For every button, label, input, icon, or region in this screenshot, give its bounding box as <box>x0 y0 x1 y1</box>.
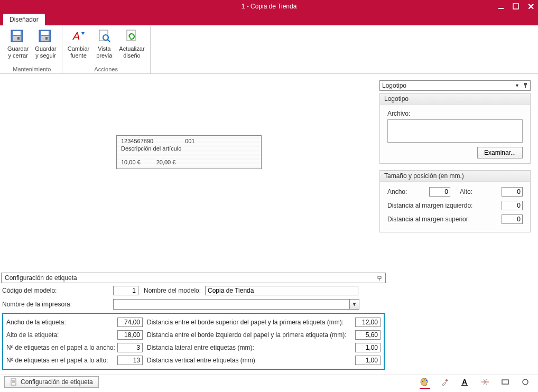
update-design-button[interactable]: Actualizardiseño <box>116 26 147 65</box>
dist-lateral-input[interactable] <box>355 343 381 352</box>
model-code-input[interactable] <box>113 286 138 295</box>
bottom-tab-config[interactable]: Configuración de etiqueta <box>4 376 99 388</box>
printer-label: Nombre de la impresora: <box>2 301 113 308</box>
dist-vertical-label: Distancia vertical entre etiquetas (mm): <box>147 357 355 364</box>
svg-rect-28 <box>502 380 508 384</box>
dist-left-paper-input[interactable] <box>355 330 381 340</box>
ribbon-group-label-actions: Acciones <box>94 65 118 73</box>
svg-rect-24 <box>445 379 448 382</box>
ribbon: Guardary cerrar Guardary seguir Mantenim… <box>0 25 538 74</box>
pin-icon[interactable] <box>377 275 382 281</box>
height-input[interactable] <box>502 187 523 197</box>
model-name-input[interactable] <box>205 286 358 295</box>
ribbon-group-actions: A Cambiarfuente Vistaprevia Actualizardi… <box>62 26 151 73</box>
panel-size-position: Tamaño y posición (en mm.) Ancho: Alto: … <box>379 170 531 232</box>
svg-rect-15 <box>378 276 381 278</box>
titlebar: 1 - Copia de Tienda ✕ <box>0 0 538 13</box>
preview-icon <box>96 27 113 44</box>
label-width-input[interactable] <box>117 318 143 327</box>
rectangle-icon[interactable] <box>500 377 511 388</box>
preview-description: Descripción del artículo <box>121 145 257 152</box>
close-button[interactable]: ✕ <box>523 0 538 13</box>
palette-icon[interactable] <box>420 377 430 388</box>
svg-text:A: A <box>72 30 80 42</box>
preview-button[interactable]: Vistaprevia <box>92 26 116 65</box>
ribbon-group-label-maintenance: Mantenimiento <box>13 65 51 73</box>
text-icon[interactable]: A <box>460 377 470 388</box>
dropper-icon[interactable] <box>440 377 450 388</box>
svg-point-29 <box>523 379 528 385</box>
document-icon <box>10 378 17 386</box>
circle-icon[interactable] <box>520 377 531 388</box>
svg-rect-3 <box>13 31 21 35</box>
label-height-input[interactable] <box>117 330 143 340</box>
printer-select[interactable]: ▼ <box>113 299 359 310</box>
label-preview[interactable]: 1234567890 001 Descripción del artículo … <box>116 135 262 169</box>
dist-left-input[interactable] <box>502 201 523 210</box>
width-label: Ancho: <box>387 188 407 195</box>
config-header-bar[interactable]: Configuración de etiqueta <box>1 273 386 283</box>
panel-logo-header: Logotipo <box>380 94 530 105</box>
change-font-button[interactable]: A Cambiarfuente <box>64 26 93 65</box>
pin-icon[interactable] <box>523 82 528 89</box>
svg-point-22 <box>424 379 425 380</box>
preview-code: 1234567890 <box>121 138 153 144</box>
ribbon-group-maintenance: Guardary cerrar Guardary seguir Mantenim… <box>2 26 62 73</box>
dist-left-label: Distancia al margen izquierdo: <box>387 202 472 209</box>
nx-input[interactable] <box>117 343 143 352</box>
svg-rect-9 <box>45 37 48 40</box>
config-area: Código del modelo: Nombre del modelo: No… <box>2 285 385 370</box>
svg-rect-5 <box>17 37 20 40</box>
preview-price2: 20,00 € <box>156 159 176 165</box>
config-dimensions-box: Ancho de la etiqueta: Distancia entre el… <box>2 313 385 370</box>
label-height-label: Alto de la etiqueta: <box>6 331 117 339</box>
preview-price1: 10,00 € <box>121 159 141 165</box>
chevron-down-icon: ▼ <box>515 83 520 88</box>
ny-input[interactable] <box>117 356 143 365</box>
dist-top-paper-input[interactable] <box>355 318 381 327</box>
svg-rect-0 <box>498 8 504 9</box>
window-title: 1 - Copia de Tienda <box>242 3 297 10</box>
panel-size-header: Tamaño y posición (en mm.) <box>380 171 530 182</box>
save-close-button[interactable]: Guardary cerrar <box>4 26 32 65</box>
model-code-label: Código del modelo: <box>2 287 113 294</box>
panel-logo: Logotipo Archivo: Examinar... <box>379 93 531 164</box>
minimize-button[interactable] <box>494 0 508 13</box>
label-width-label: Ancho de la etiqueta: <box>6 319 117 326</box>
font-icon: A <box>70 27 87 44</box>
cut-icon[interactable] <box>480 377 490 388</box>
nx-label: Nº de etiquetas en el papel a lo ancho: <box>6 344 117 351</box>
save-continue-button[interactable]: Guardary seguir <box>32 26 59 65</box>
save-continue-icon <box>38 27 54 44</box>
dist-vertical-input[interactable] <box>355 356 381 365</box>
config-header-label: Configuración de etiqueta <box>5 274 77 282</box>
dist-top-paper-label: Distancia entre el borde superior del pa… <box>147 319 355 326</box>
tab-row: Diseñador <box>0 13 538 25</box>
window-controls: ✕ <box>494 0 538 13</box>
dist-top-input[interactable] <box>502 214 523 224</box>
dist-left-paper-label: Distancia entre el borde izquierdo del p… <box>147 331 355 339</box>
bottom-tab-label: Configuración de etiqueta <box>21 378 93 386</box>
browse-button[interactable]: Examinar... <box>477 147 523 158</box>
dist-lateral-label: Distancia lateral entre etiquetas (mm): <box>147 344 355 351</box>
svg-line-13 <box>108 40 110 42</box>
save-close-icon <box>10 27 26 44</box>
svg-rect-7 <box>41 31 49 35</box>
file-label: Archivo: <box>387 110 523 117</box>
chevron-down-icon: ▼ <box>349 300 359 309</box>
maximize-button[interactable] <box>508 0 523 13</box>
properties-combo[interactable]: Logotipo ▼ <box>379 80 531 91</box>
bottom-toolbar: A <box>420 377 531 388</box>
width-input[interactable] <box>429 187 450 197</box>
divider <box>0 375 538 375</box>
tab-designer[interactable]: Diseñador <box>3 14 45 25</box>
svg-point-23 <box>426 380 427 381</box>
ny-label: Nº de etiquetas en el papel a lo alto: <box>6 357 117 364</box>
refresh-icon <box>123 27 140 44</box>
height-label: Alto: <box>460 188 472 195</box>
model-name-label: Nombre del modelo: <box>144 287 205 294</box>
svg-point-21 <box>422 381 423 382</box>
dist-top-label: Distancia al margen superior: <box>387 216 470 223</box>
file-path-box[interactable] <box>387 119 523 143</box>
properties-combo-value: Logotipo <box>382 82 406 89</box>
